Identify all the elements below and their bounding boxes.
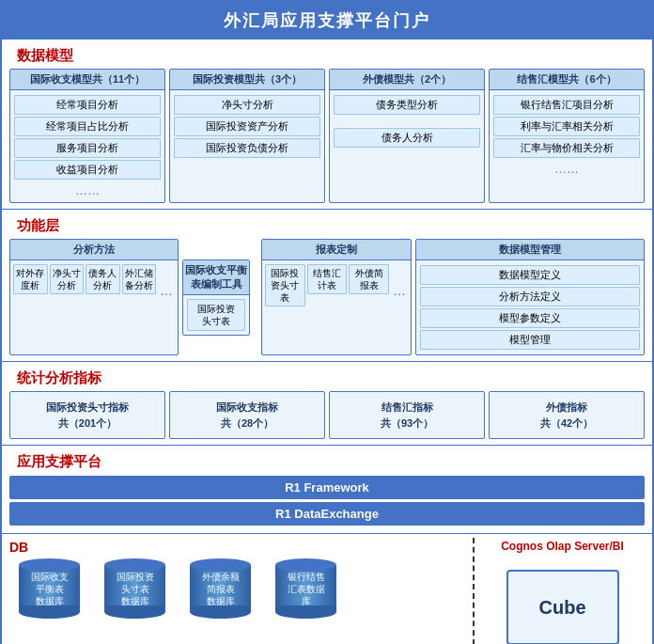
model-group-2: 国际投资模型共（3个） 净头寸分析 国际投资资产分析 国际投资负债分析 (169, 69, 325, 203)
statistics-label: 统计分析指标 (9, 366, 645, 389)
balance-tool-wrapper: 国际收支平衡表编制工具 国际投资头寸表 (182, 239, 254, 355)
model-group-4: 结售汇模型共（6个） 银行结售汇项目分析 利率与汇率相关分析 汇率与物价相关分析… (489, 69, 645, 203)
model-group-3: 外债模型共（2个） 债务类型分析 债务人分析 (329, 69, 485, 203)
cylinder-top-4 (275, 558, 336, 572)
cylinder-shape-3: 外债余额简报表数据库 (190, 558, 251, 619)
cylinder-shape-1: 国际收支平衡表数据库 (19, 558, 80, 619)
analysis-item-2: 净头寸分析 (50, 264, 85, 294)
analysis-item-3: 债务人分析 (86, 264, 120, 294)
function-layer-row: 分析方法 对外存度析 净头寸分析 债务人分析 外汇储备分析 … 国际收支平衡表编… (9, 239, 645, 355)
report-item-2: 结售汇计表 (307, 264, 348, 294)
report-group-title: 报表定制 (262, 240, 411, 260)
model-dots-1: …… (14, 181, 161, 199)
data-model-label: 数据模型 (9, 43, 645, 67)
cylinder-label-4: 银行结售汇表数据库 (278, 571, 335, 607)
db-cylinder-4: 银行结售汇表数据库 (266, 558, 346, 619)
model-item: 利率与汇率相关分析 (493, 117, 640, 136)
report-item-3: 外债简报表 (349, 264, 389, 294)
model-item: 国际投资资产分析 (174, 117, 320, 136)
cognos-label: Cognos Olap Server/BI (501, 538, 624, 560)
app-platform-label: 应用支撑平台 (9, 449, 645, 473)
stat-item-3: 结售汇指标共（93个） (329, 391, 485, 439)
mgmt-item-2: 分析方法定义 (420, 287, 640, 306)
model-group-3-items: 债务类型分析 债务人分析 (330, 90, 484, 152)
cylinder-label-2: 国际投资头寸表数据库 (107, 571, 164, 607)
main-container: 外汇局应用支撑平台门户 数据模型 国际收支模型共（11个） 经常项目分析 经常项… (0, 0, 654, 644)
db-cylinder-1: 国际收支平衡表数据库 (9, 558, 89, 619)
model-item: 经常项目分析 (14, 95, 161, 115)
cylinder-label-1: 国际收支平衡表数据库 (22, 571, 78, 607)
db-label: DB (9, 538, 467, 558)
mgmt-item-3: 模型参数定义 (420, 308, 640, 328)
model-item: 净头寸分析 (174, 95, 320, 115)
stat-item-1: 国际投资头寸指标共（201个） (9, 391, 165, 439)
report-items-row: 国际投资头寸表 结售汇计表 外债简报表 … (262, 260, 411, 310)
function-layer-label: 功能层 (9, 213, 645, 237)
mgmt-item-4: 模型管理 (420, 330, 640, 350)
app-platform-section: 应用支撑平台 R1 Framework R1 DataExchange (2, 446, 652, 534)
cylinder-shape-4: 银行结售汇表数据库 (275, 558, 336, 619)
model-group-1: 国际收支模型共（11个） 经常项目分析 经常项目占比分析 服务项目分析 收益项目… (9, 69, 165, 203)
model-group-2-items: 净头寸分析 国际投资资产分析 国际投资负债分析 (170, 90, 324, 163)
analysis-methods-group: 分析方法 对外存度析 净头寸分析 债务人分析 外汇储备分析 … (9, 239, 179, 355)
db-cylinders: 国际收支平衡表数据库 国际投资头寸表数据库 (9, 558, 467, 619)
db-divider (473, 538, 475, 644)
statistics-section: 统计分析指标 国际投资头寸指标共（201个） 国际收支指标共（28个） 结售汇指… (2, 362, 652, 446)
stats-row: 国际投资头寸指标共（201个） 国际收支指标共（28个） 结售汇指标共（93个）… (9, 391, 645, 439)
model-item: 经常项目占比分析 (14, 117, 161, 136)
balance-tool-group: 国际收支平衡表编制工具 国际投资头寸表 (182, 259, 250, 336)
cube-box: Cube (506, 570, 619, 644)
db-section-inner: DB 国际收支平衡表数据库 (9, 538, 645, 644)
model-item: 债务类型分析 (334, 95, 480, 115)
model-group-4-items: 银行结售汇项目分析 利率与汇率相关分析 汇率与物价相关分析 …… (490, 90, 644, 181)
analysis-dots: … (158, 283, 175, 298)
cylinder-top-3 (190, 558, 251, 572)
model-item: 服务项目分析 (14, 138, 161, 158)
cylinder-top-2 (104, 558, 165, 572)
model-item: 债务人分析 (334, 128, 480, 148)
cylinder-top-1 (19, 558, 80, 572)
datamodel-mgmt-title: 数据模型管理 (416, 240, 644, 260)
db-cylinder-3: 外债余额简报表数据库 (180, 558, 260, 619)
db-section: DB 国际收支平衡表数据库 (2, 534, 652, 644)
platform-bar-1: R1 Framework (9, 476, 645, 499)
platform-bar-2: R1 DataExchange (9, 502, 645, 526)
stat-item-2: 国际收支指标共（28个） (169, 391, 325, 439)
model-group-1-items: 经常项目分析 经常项目占比分析 服务项目分析 收益项目分析 …… (10, 90, 164, 202)
function-layer-section: 功能层 分析方法 对外存度析 净头寸分析 债务人分析 外汇储备分析 … 国际收支… (2, 210, 652, 362)
datamodel-mgmt-group: 数据模型管理 数据模型定义 分析方法定义 模型参数定义 模型管理 (415, 239, 645, 355)
analysis-item-4: 外汇储备分析 (122, 264, 157, 294)
stat-item-4: 外债指标共（42个） (489, 391, 645, 439)
data-model-row: 国际收支模型共（11个） 经常项目分析 经常项目占比分析 服务项目分析 收益项目… (9, 69, 645, 203)
cylinder-bottom-3 (190, 605, 251, 619)
balance-tool-item: 国际投资头寸表 (187, 299, 245, 331)
mgmt-item-1: 数据模型定义 (420, 265, 640, 285)
data-model-section: 数据模型 国际收支模型共（11个） 经常项目分析 经常项目占比分析 服务项目分析… (2, 39, 652, 210)
cylinder-bottom-2 (104, 605, 165, 619)
cylinder-shape-2: 国际投资头寸表数据库 (104, 558, 165, 619)
model-dots-4: …… (493, 160, 640, 178)
analysis-items-row: 对外存度析 净头寸分析 债务人分析 外汇储备分析 … (10, 260, 178, 302)
report-item-1: 国际投资头寸表 (265, 264, 305, 306)
cognos-right: Cognos Olap Server/BI Cube (480, 538, 645, 644)
mgmt-items: 数据模型定义 分析方法定义 模型参数定义 模型管理 (416, 260, 644, 354)
cylinder-label-3: 外债余额简报表数据库 (193, 571, 249, 607)
analysis-methods-title: 分析方法 (10, 240, 178, 260)
analysis-item-1: 对外存度析 (13, 264, 48, 294)
cylinder-bottom-4 (275, 605, 336, 619)
model-item: 国际投资负债分析 (174, 138, 320, 158)
model-item: 汇率与物价相关分析 (493, 138, 640, 158)
model-group-2-title: 国际投资模型共（3个） (170, 70, 324, 90)
balance-tool-title: 国际收支平衡表编制工具 (183, 260, 249, 295)
report-group: 报表定制 国际投资头寸表 结售汇计表 外债简报表 … (261, 239, 412, 355)
db-left: DB 国际收支平衡表数据库 (9, 538, 467, 644)
model-group-4-title: 结售汇模型共（6个） (490, 70, 644, 90)
model-group-1-title: 国际收支模型共（11个） (10, 70, 164, 90)
model-item: 银行结售汇项目分析 (493, 95, 640, 115)
db-cylinder-2: 国际投资头寸表数据库 (95, 558, 175, 619)
model-item: 收益项目分析 (14, 160, 161, 180)
page-title: 外汇局应用支撑平台门户 (2, 2, 652, 39)
cube-label: Cube (539, 597, 586, 619)
report-dots: … (391, 283, 408, 298)
cylinder-bottom-1 (19, 605, 80, 619)
